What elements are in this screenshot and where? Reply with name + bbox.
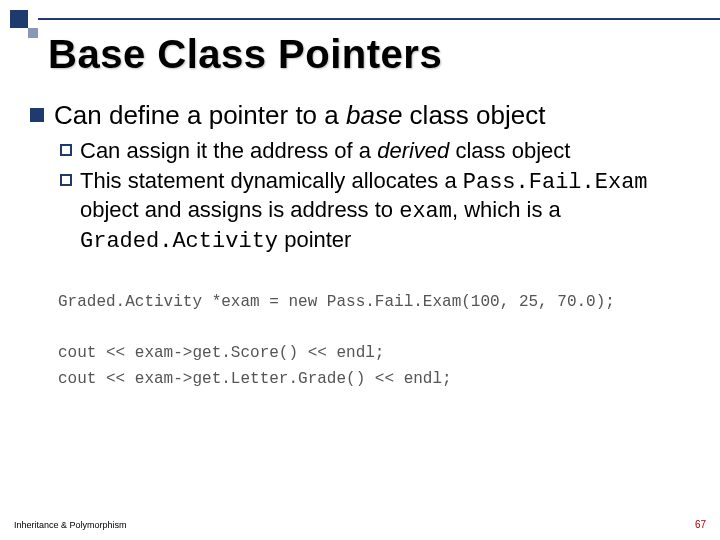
text-segment: This statement dynamically allocates a bbox=[80, 168, 463, 193]
code-block: Graded.Activity *exam = new Pass.Fail.Ex… bbox=[58, 290, 690, 392]
italic-text: derived bbox=[377, 138, 449, 163]
inline-code: Graded.Activity bbox=[80, 229, 278, 254]
text-segment: class object bbox=[402, 100, 545, 130]
bullet-text: Can define a pointer to a base class obj… bbox=[54, 100, 545, 131]
slide-title: Base Class Pointers bbox=[48, 32, 442, 77]
deco-square-small bbox=[28, 28, 38, 38]
bullet-text: This statement dynamically allocates a P… bbox=[80, 167, 690, 256]
deco-square-large bbox=[10, 10, 28, 28]
page-number: 67 bbox=[695, 519, 706, 530]
hollow-square-bullet-icon bbox=[60, 144, 72, 156]
text-segment: Can define a pointer to a bbox=[54, 100, 346, 130]
text-segment: class object bbox=[449, 138, 570, 163]
filled-square-bullet-icon bbox=[30, 108, 44, 122]
text-segment: , which is a bbox=[452, 197, 561, 222]
bullet-level2: This statement dynamically allocates a P… bbox=[60, 167, 690, 256]
text-segment: pointer bbox=[278, 227, 351, 252]
content-area: Can define a pointer to a base class obj… bbox=[30, 100, 690, 393]
bullet-level2: Can assign it the address of a derived c… bbox=[60, 137, 690, 165]
italic-text: base bbox=[346, 100, 402, 130]
inline-code: exam bbox=[399, 199, 452, 224]
text-segment: object and assigns is address to bbox=[80, 197, 399, 222]
bullet-text: Can assign it the address of a derived c… bbox=[80, 137, 570, 165]
inline-code: Pass.Fail.Exam bbox=[463, 170, 648, 195]
hollow-square-bullet-icon bbox=[60, 174, 72, 186]
text-segment: Can assign it the address of a bbox=[80, 138, 377, 163]
footer-left: Inheritance & Polymorphism bbox=[14, 520, 127, 530]
bullet-level1: Can define a pointer to a base class obj… bbox=[30, 100, 690, 131]
top-rule bbox=[38, 18, 720, 20]
